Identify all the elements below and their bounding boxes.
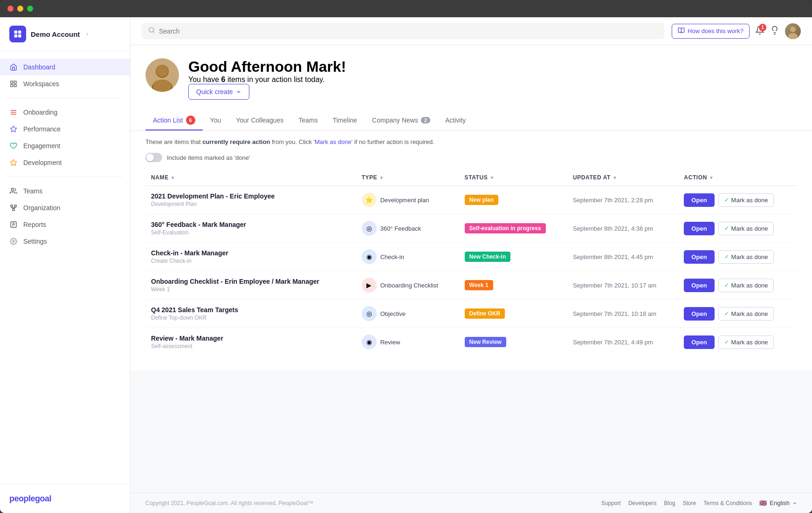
- svg-point-23: [790, 27, 796, 32]
- check-icon: ✓: [724, 339, 729, 345]
- tab-action-list[interactable]: Action List 6: [145, 111, 203, 130]
- col-type[interactable]: TYPE▼: [356, 170, 459, 186]
- footer-link-support[interactable]: Support: [601, 500, 621, 506]
- sidebar-item-settings[interactable]: Settings: [0, 233, 130, 250]
- lightbulb-button[interactable]: [770, 26, 779, 37]
- account-chevron[interactable]: ›: [86, 31, 88, 37]
- open-button[interactable]: Open: [684, 193, 714, 207]
- footer-link-developers[interactable]: Developers: [628, 500, 657, 506]
- footer-link-store[interactable]: Store: [683, 500, 696, 506]
- nav-divider-2: [7, 177, 123, 177]
- user-avatar-button[interactable]: [785, 23, 801, 39]
- mark-done-button[interactable]: ✓ Mark as done: [718, 250, 774, 264]
- table-body: 2021 Development Plan - Eric Employee De…: [145, 186, 797, 356]
- status-badge: Self-evaluation in progress: [465, 223, 546, 233]
- table-row: Onboarding Checklist - Erin Employee / M…: [145, 271, 797, 300]
- include-done-toggle[interactable]: [145, 153, 162, 162]
- footer-link-terms[interactable]: Terms & Conditions: [703, 500, 752, 506]
- col-name[interactable]: NAME▼: [145, 170, 356, 186]
- type-icon: ◉: [362, 335, 377, 349]
- close-traffic-light[interactable]: [7, 6, 14, 12]
- open-button[interactable]: Open: [684, 279, 714, 292]
- maximize-traffic-light[interactable]: [27, 6, 33, 12]
- how-does-this-work-button[interactable]: How does this work?: [672, 24, 750, 39]
- sidebar-item-development[interactable]: Development: [0, 154, 130, 171]
- cell-name-5: Review - Mark Manager Self-assessment: [145, 328, 356, 356]
- check-icon: ✓: [724, 225, 729, 232]
- mark-as-done-link[interactable]: 'Mark as done': [314, 138, 353, 145]
- sidebar-item-reports[interactable]: Reports: [0, 216, 130, 233]
- open-button[interactable]: Open: [684, 335, 714, 349]
- mark-done-button[interactable]: ✓ Mark as done: [718, 279, 774, 292]
- cell-type-3: ▶ Onboarding Checklist: [356, 271, 459, 300]
- action-cell: Open ✓ Mark as done: [684, 222, 791, 235]
- col-status[interactable]: STATUS▼: [459, 170, 567, 186]
- sidebar-item-label: Development: [23, 159, 62, 166]
- peoplegoal-logo: peoplegoal: [9, 494, 121, 504]
- mark-done-button[interactable]: ✓ Mark as done: [718, 222, 774, 235]
- cell-name-3: Onboarding Checklist - Erin Employee / M…: [145, 271, 356, 300]
- tab-you[interactable]: You: [203, 112, 229, 130]
- sidebar-item-organization[interactable]: Organization: [0, 199, 130, 216]
- svg-marker-8: [10, 126, 16, 132]
- tab-company-news[interactable]: Company News 2: [365, 112, 438, 130]
- search-icon: [148, 27, 155, 35]
- mark-done-button[interactable]: ✓ Mark as done: [718, 193, 774, 207]
- tab-timeline[interactable]: Timeline: [325, 112, 365, 130]
- table-row: 2021 Development Plan - Eric Employee De…: [145, 186, 797, 214]
- updated-at-text: September 8th 2021, 4:38 pm: [573, 225, 653, 232]
- quick-create-button[interactable]: Quick create: [188, 84, 249, 100]
- sidebar-item-workspaces[interactable]: Workspaces: [0, 75, 130, 92]
- sidebar-item-label: Performance: [23, 125, 61, 133]
- language-selector[interactable]: 🇬🇧 English: [759, 499, 797, 506]
- cell-name-2: Check-in - Mark Manager Create Check-in: [145, 243, 356, 271]
- item-name: Q4 2021 Sales Team Targets: [151, 306, 351, 314]
- item-subtitle: Self-Evaluation: [151, 229, 351, 236]
- search-wrapper[interactable]: [142, 23, 664, 39]
- sidebar-item-label: Onboarding: [23, 109, 57, 116]
- item-subtitle: Define Top-down OKR: [151, 315, 351, 321]
- type-cell: ◉ Check-in: [362, 249, 454, 264]
- type-cell: ⭐ Development plan: [362, 192, 454, 207]
- sidebar-item-onboarding[interactable]: Onboarding: [0, 104, 130, 121]
- type-label: Check-in: [380, 253, 404, 260]
- sidebar-item-engagement[interactable]: Engagement: [0, 137, 130, 154]
- cell-status-3: Week 1: [459, 271, 567, 300]
- status-badge: Week 1: [465, 280, 493, 290]
- open-button[interactable]: Open: [684, 222, 714, 235]
- window-chrome: [0, 0, 812, 17]
- open-button[interactable]: Open: [684, 250, 714, 264]
- open-button[interactable]: Open: [684, 307, 714, 321]
- tab-teams[interactable]: Teams: [291, 112, 325, 130]
- col-updated-at[interactable]: UPDATED AT▼: [567, 170, 678, 186]
- cell-status-2: New Check-in: [459, 243, 567, 271]
- sort-icon-action: ▼: [709, 175, 714, 180]
- notifications-button[interactable]: 1: [755, 26, 764, 37]
- action-list-table: NAME▼ TYPE▼ STATUS▼ UPDATED AT▼ ACTION▼ …: [145, 170, 797, 356]
- sidebar-item-teams[interactable]: Teams: [0, 183, 130, 199]
- sidebar-item-performance[interactable]: Performance: [0, 121, 130, 137]
- content-area: Good Afternoon Mark! You have 6 items in…: [131, 45, 812, 492]
- type-cell: ◎ 360° Feedback: [362, 221, 454, 236]
- info-bar: These are items that currently require a…: [145, 131, 797, 149]
- sidebar-item-dashboard[interactable]: Dashboard: [0, 59, 130, 75]
- sidebar-header: Demo Account ›: [0, 17, 130, 51]
- col-action[interactable]: ACTION▼: [678, 170, 797, 186]
- tab-your-colleagues[interactable]: Your Colleagues: [228, 112, 291, 130]
- mark-done-button[interactable]: ✓ Mark as done: [718, 335, 774, 349]
- sidebar-footer: peoplegoal: [0, 484, 130, 513]
- minimize-traffic-light[interactable]: [17, 6, 23, 12]
- cell-status-5: New Review: [459, 328, 567, 356]
- nav-secondary: Onboarding Performance Engagement: [0, 102, 130, 173]
- sidebar-item-label: Teams: [23, 187, 42, 195]
- footer-link-blog[interactable]: Blog: [664, 500, 675, 506]
- table-row: 360° Feedback - Mark Manager Self-Evalua…: [145, 214, 797, 243]
- type-icon: ◉: [362, 249, 377, 264]
- mark-done-button[interactable]: ✓ Mark as done: [718, 307, 774, 321]
- cell-action-0: Open ✓ Mark as done: [678, 186, 797, 214]
- status-badge: Define OKR: [465, 308, 505, 319]
- cell-updated-0: September 7th 2021, 2:28 pm: [567, 186, 678, 214]
- svg-point-18: [13, 240, 14, 242]
- tab-activity[interactable]: Activity: [438, 112, 473, 130]
- search-input[interactable]: [159, 27, 658, 35]
